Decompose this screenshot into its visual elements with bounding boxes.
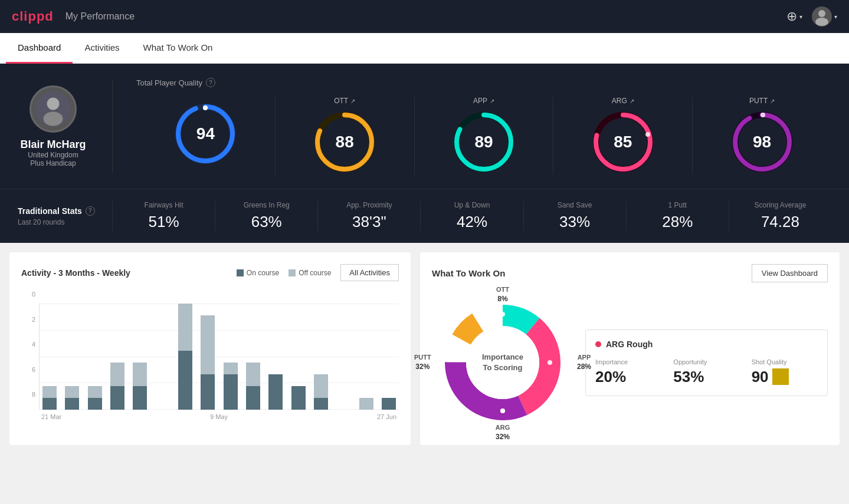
gauge-ott-circle: 88 xyxy=(312,110,377,174)
stat-scoring-value: 74.28 xyxy=(735,213,825,231)
chart-title: Activity - 3 Months - Weekly xyxy=(21,268,130,278)
bar-group-2 xyxy=(85,304,105,410)
gauge-app-circle: 89 xyxy=(451,110,516,174)
bar-on-8 xyxy=(224,374,238,410)
gauge-putt-circle: 98 xyxy=(730,110,795,174)
gauge-arg-circle: 85 xyxy=(591,110,655,174)
svg-point-1 xyxy=(815,18,828,26)
chart-legend: On course Off course xyxy=(237,269,332,277)
trad-help-icon[interactable]: ? xyxy=(86,206,95,216)
bar-on-4 xyxy=(133,386,147,410)
stat-updown-label: Up & Down xyxy=(427,201,517,209)
stat-greens-label: Greens In Reg xyxy=(221,201,312,209)
bar-off-3 xyxy=(110,363,124,386)
gauge-putt-label: PUTT ↗ xyxy=(749,97,775,105)
user-menu[interactable]: ▾ xyxy=(812,6,837,27)
logo-area: clippd My Performance xyxy=(12,9,135,24)
stat-updown: Up & Down 42% xyxy=(420,201,523,231)
quality-help-icon[interactable]: ? xyxy=(206,78,215,87)
bar-on-1 xyxy=(65,398,79,410)
bar-group-11 xyxy=(288,304,308,410)
all-activities-button[interactable]: All Activities xyxy=(340,264,399,281)
donut-chart: ImportanceTo Scoring xyxy=(432,292,573,433)
seg-label-app: APP 28% xyxy=(577,354,591,371)
arg-rough-stats: Importance 20% Opportunity 53% Shot Qual… xyxy=(595,358,818,386)
activity-chart-card: Activity - 3 Months - Weekly On course O… xyxy=(9,252,411,445)
svg-point-26 xyxy=(500,409,505,413)
arg-quality-stat: Shot Quality 90 xyxy=(752,358,818,386)
gauge-app-value: 89 xyxy=(474,133,493,151)
stat-proximity: App. Proximity 38'3" xyxy=(317,201,420,231)
app-header: clippd My Performance ⊕ ▾ ▾ xyxy=(0,0,849,33)
bar-group-9 xyxy=(243,304,263,410)
bar-group-6 xyxy=(175,304,195,410)
work-title: What To Work On xyxy=(432,268,505,278)
bar-group-5 xyxy=(153,304,173,410)
bar-off-14 xyxy=(359,398,373,410)
bar-on-6 xyxy=(178,351,192,410)
player-info: Blair McHarg United Kingdom Plus Handica… xyxy=(18,85,88,167)
stat-fairways-value: 51% xyxy=(119,213,209,231)
hero-section: Blair McHarg United Kingdom Plus Handica… xyxy=(0,64,849,189)
donut-wrapper: OTT 8% APP 28% ARG 32% PUTT 32% xyxy=(432,292,573,433)
gauge-putt-value: 98 xyxy=(753,133,771,151)
gauge-ott-label: OTT ↗ xyxy=(334,97,355,105)
stat-sandsave: Sand Save 33% xyxy=(523,201,626,231)
bar-off-7 xyxy=(201,315,215,374)
bar-off-9 xyxy=(246,363,260,386)
x-label-2 xyxy=(110,413,183,420)
stat-sandsave-label: Sand Save xyxy=(530,201,620,209)
stat-greens: Greens In Reg 63% xyxy=(215,201,317,231)
arg-importance-stat: Importance 20% xyxy=(595,358,661,386)
bar-group-1 xyxy=(62,304,82,410)
bar-off-6 xyxy=(178,304,192,351)
tab-dashboard[interactable]: Dashboard xyxy=(6,33,73,64)
stat-fairways: Fairways Hit 51% xyxy=(112,201,215,231)
tab-activities[interactable]: Activities xyxy=(73,33,131,64)
add-chevron: ▾ xyxy=(799,14,802,20)
gauge-tpq: 94 xyxy=(136,97,276,174)
svg-point-14 xyxy=(645,132,650,137)
quality-bar-icon xyxy=(772,368,789,385)
bar-group-4 xyxy=(130,304,150,410)
y-label-8: 8 xyxy=(21,391,38,398)
seg-label-arg: ARG 32% xyxy=(496,424,510,442)
bar-off-12 xyxy=(314,374,328,398)
x-label-5: 27 Jun xyxy=(328,413,399,420)
view-dashboard-button[interactable]: View Dashboard xyxy=(752,264,828,282)
traditional-stats: Traditional Stats ? Last 20 rounds Fairw… xyxy=(0,189,849,243)
vertical-divider xyxy=(112,79,113,173)
bar-chart: 8 6 4 2 0 21 Mar xyxy=(21,291,399,420)
bar-on-10 xyxy=(268,374,283,410)
gauge-ott: OTT ↗ 88 xyxy=(276,97,415,174)
bar-off-2 xyxy=(88,386,102,398)
bars-container xyxy=(39,304,399,410)
bar-group-15 xyxy=(379,304,399,410)
gauge-app-label: APP ↗ xyxy=(473,97,494,105)
player-avatar xyxy=(29,85,77,133)
bar-off-4 xyxy=(133,363,147,386)
seg-label-putt: PUTT 32% xyxy=(414,354,431,371)
arg-importance-label: Importance xyxy=(595,358,661,365)
trad-sub: Last 20 rounds xyxy=(18,218,112,226)
svg-point-24 xyxy=(548,360,552,365)
gauge-arg-label: ARG ↗ xyxy=(612,97,634,105)
y-axis: 8 6 4 2 0 xyxy=(21,291,38,398)
x-label-1: 21 Mar xyxy=(39,413,110,420)
gauge-tpq-circle: 94 xyxy=(173,101,238,166)
bar-group-8 xyxy=(221,304,241,410)
quality-section: Total Player Quality ? 94 xyxy=(136,78,831,174)
arg-rough-card: ARG Rough Importance 20% Opportunity 53%… xyxy=(585,330,828,396)
tab-what-to-work-on[interactable]: What To Work On xyxy=(132,33,225,64)
stat-scoring: Scoring Average 74.28 xyxy=(729,201,831,231)
gauges-row: 94 OTT ↗ 88 xyxy=(136,97,831,174)
avatar-icon xyxy=(812,6,832,27)
arg-importance-value: 20% xyxy=(595,368,661,386)
arg-quality-value: 90 xyxy=(752,368,769,386)
add-button[interactable]: ⊕ ▾ xyxy=(786,9,802,24)
arg-rough-title: ARG Rough xyxy=(595,340,818,349)
bottom-section: Activity - 3 Months - Weekly On course O… xyxy=(0,243,849,454)
stat-proximity-label: App. Proximity xyxy=(324,201,414,209)
stat-oneputt-value: 28% xyxy=(632,213,723,231)
quality-label: Total Player Quality ? xyxy=(136,78,831,87)
